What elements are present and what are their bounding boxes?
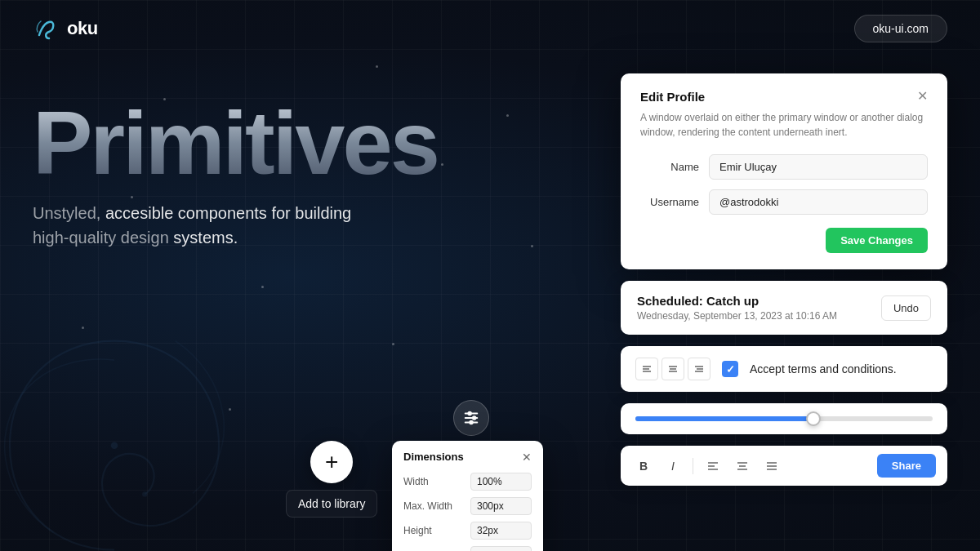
logo-text: oku [67,18,98,39]
svg-point-7 [473,416,476,420]
dim-input-height[interactable] [470,522,532,540]
hero-subtitle: Unstyled, accesible components for build… [33,201,438,250]
dim-input-width[interactable] [470,473,532,491]
logo: oku [33,16,98,42]
dim-label-height: Height [403,525,461,536]
username-input[interactable] [709,189,928,215]
name-label: Name [640,161,699,173]
save-changes-button[interactable]: Save Changes [826,228,928,253]
dim-row-max-height: Max. Height [403,546,532,551]
hero-title: Primitives [33,98,438,188]
dimensions-title: Dimensions [403,451,464,463]
right-panels: Edit Profile ✕ A window overlaid on eith… [621,73,947,486]
hero-section: Primitives Unstyled, accesible component… [33,98,438,250]
checkbox-label: Accept terms and conditions. [750,362,897,375]
name-field-row: Name [640,154,928,180]
add-to-library-widget: + Add to library [286,441,377,518]
checkbox-row: ✓ Accept terms and conditions. [621,346,947,392]
slider-track[interactable] [635,416,933,421]
subtitle-accented: accesible components for building [105,204,351,222]
dimensions-panel: Dimensions ✕ Width Max. Width Height Max… [392,441,543,551]
checkbox-input[interactable]: ✓ [722,361,738,377]
share-button[interactable]: Share [877,454,936,478]
username-field-row: Username [640,189,928,215]
svg-point-4 [468,412,471,415]
align-left-button[interactable] [635,358,658,380]
dim-input-max-height[interactable] [470,546,532,551]
dim-row-max-width: Max. Width [403,497,532,515]
svg-point-10 [470,421,473,424]
toast-description: Wednesday, September 13, 2023 at 10:16 A… [637,310,837,322]
subtitle-text-1: Unstyled, [33,204,105,222]
align-icons-group [635,358,710,380]
undo-button[interactable]: Undo [881,295,931,321]
username-label: Username [640,196,699,208]
rte-bold-button[interactable]: B [632,455,655,478]
oku-logo-icon [33,16,59,42]
dim-row-height: Height [403,522,532,540]
rich-text-editor-row: B I Share [621,446,947,486]
rte-align-justify-button[interactable] [760,455,783,478]
subtitle-text-2: high-quality design [33,229,173,247]
rte-divider-1 [693,458,693,474]
header: oku oku-ui.com [0,0,980,57]
subtitle-strong: systems. [173,229,238,247]
add-to-library-label: Add to library [286,490,377,518]
dialog-title: Edit Profile [640,90,705,104]
edit-profile-dialog: Edit Profile ✕ A window overlaid on eith… [621,73,947,269]
dialog-close-button[interactable]: ✕ [917,90,928,103]
slider-fill [635,416,813,421]
name-input[interactable] [709,154,928,180]
rte-align-left-button[interactable] [702,455,724,478]
dim-label-width: Width [403,476,461,487]
rte-align-center-button[interactable] [731,455,754,478]
site-link[interactable]: oku-ui.com [854,15,947,42]
slider-thumb[interactable] [806,411,821,426]
checkmark-icon: ✓ [726,363,735,375]
dim-row-width: Width [403,473,532,491]
rte-italic-button[interactable]: I [662,455,684,478]
dim-input-max-width[interactable] [470,497,532,515]
align-center-button[interactable] [662,358,684,380]
slider-row [621,403,947,434]
dialog-description: A window overlaid on either the primary … [640,110,928,140]
dim-label-max-width: Max. Width [403,500,461,512]
toast-title: Scheduled: Catch up [637,294,837,308]
align-right-button[interactable] [688,358,710,380]
dimensions-close-button[interactable]: ✕ [522,451,532,463]
sliders-icon[interactable] [453,400,489,436]
toast-notification: Scheduled: Catch up Wednesday, September… [621,281,947,335]
add-to-library-button[interactable]: + [310,441,353,483]
